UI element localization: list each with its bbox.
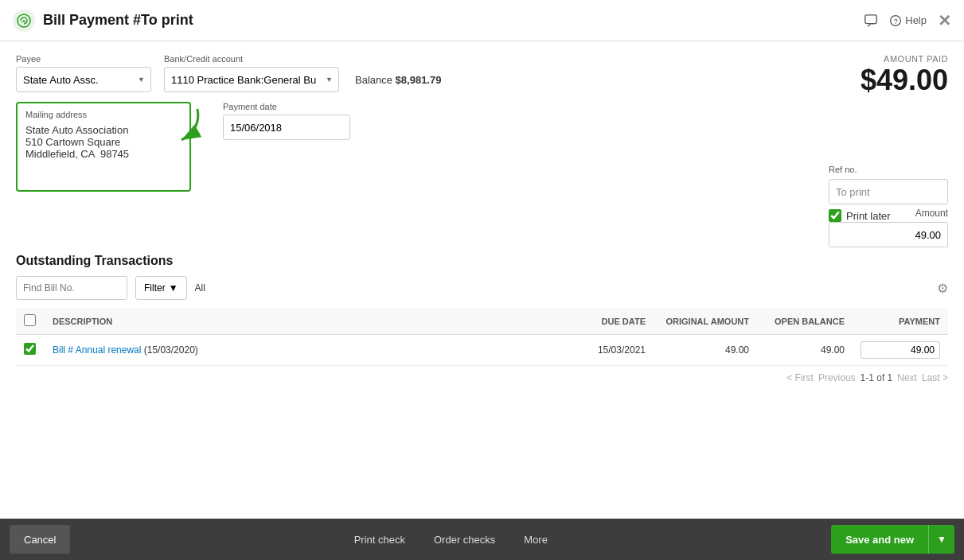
ref-section: Ref no. Print later — [829, 165, 948, 222]
balance-text: Balance $8,981.79 — [355, 74, 441, 86]
transactions-table: DESCRIPTION DUE DATE ORIGINAL AMOUNT OPE… — [16, 308, 948, 366]
filter-row: Filter ▼ All ⚙ — [16, 276, 948, 300]
page-title: Bill Payment #To print — [43, 12, 193, 29]
payment-col-header: PAYMENT — [853, 308, 948, 335]
payment-input[interactable] — [861, 341, 940, 359]
table-body: Bill # Annual renewal (15/03/2020) 15/03… — [16, 335, 948, 366]
header-left: Bill Payment #To print — [13, 10, 193, 32]
pagination: < First Previous 1-1 of 1 Next Last > — [16, 372, 948, 383]
open-balance-cell: 49.00 — [757, 335, 853, 366]
save-dropdown-icon: ▼ — [937, 534, 946, 545]
filter-label: Filter — [144, 282, 166, 294]
order-checks-button[interactable]: Order checks — [420, 525, 509, 554]
save-and-new-button[interactable]: Save and new — [831, 525, 928, 554]
due-date-col-header: DUE DATE — [566, 308, 654, 335]
ref-input[interactable] — [829, 179, 948, 204]
payee-select-wrapper[interactable]: State Auto Assc. — [16, 67, 151, 92]
help-label: Help — [905, 14, 927, 26]
balance-label: Balance — [355, 74, 392, 86]
last-button[interactable]: Last > — [922, 372, 948, 383]
footer-left: Cancel — [10, 525, 70, 554]
payment-date-input[interactable] — [223, 115, 350, 140]
original-amount-col-header: ORIGINAL AMOUNT — [654, 308, 757, 335]
payment-cell — [853, 335, 948, 366]
bill-link[interactable]: Bill # Annual renewal — [53, 344, 141, 356]
outstanding-section: Outstanding Transactions Filter ▼ All ⚙ … — [16, 254, 948, 383]
select-all-header — [16, 308, 45, 335]
bank-credit-label: Bank/Credit account — [164, 54, 339, 64]
amount-row: Amount — [16, 208, 948, 247]
payee-group: Payee State Auto Assc. — [16, 54, 151, 92]
row-check-cell — [16, 335, 45, 366]
svg-rect-1 — [865, 14, 876, 23]
svg-text:?: ? — [894, 17, 898, 25]
payment-date-label: Payment date — [223, 102, 350, 111]
all-label: All — [195, 282, 205, 294]
bank-credit-group: Bank/Credit account 1110 Practice Bank:G… — [164, 54, 339, 92]
ref-label: Ref no. — [829, 165, 948, 174]
payee-select[interactable]: State Auto Assc. — [16, 67, 151, 92]
chat-button[interactable] — [864, 14, 878, 28]
filter-button[interactable]: Filter ▼ — [135, 276, 187, 300]
print-later-checkbox[interactable] — [829, 209, 841, 222]
cancel-button[interactable]: Cancel — [10, 525, 70, 554]
amount-paid-label: AMOUNT PAID — [861, 54, 948, 64]
select-all-checkbox[interactable] — [24, 314, 36, 326]
amount-input[interactable] — [829, 222, 948, 247]
main-content: AMOUNT PAID $49.00 Payee State Auto Assc… — [0, 41, 964, 519]
next-button[interactable]: Next — [897, 372, 917, 383]
print-later-row: Print later — [829, 209, 948, 222]
footer-center: Print check Order checks More — [340, 525, 562, 554]
row-checkbox[interactable] — [24, 343, 36, 355]
description-col-header: DESCRIPTION — [45, 308, 566, 335]
bank-credit-select[interactable]: 1110 Practice Bank:General Busin — [164, 67, 339, 92]
green-arrow — [158, 105, 205, 147]
filter-chevron-icon: ▼ — [169, 282, 178, 294]
open-balance-col-header: OPEN BALANCE — [757, 308, 853, 335]
footer: Cancel Print check Order checks More Sav… — [0, 519, 964, 560]
original-amount-cell: 49.00 — [654, 335, 757, 366]
bank-credit-select-wrapper[interactable]: 1110 Practice Bank:General Busin — [164, 67, 339, 92]
payee-label: Payee — [16, 54, 151, 64]
address-date-section: Mailing address State Auto Association 5… — [16, 102, 948, 192]
amount-paid-value: $49.00 — [861, 64, 948, 97]
footer-right: Save and new ▼ — [831, 525, 954, 554]
header-right: ? Help ✕ — [864, 11, 951, 30]
previous-button[interactable]: Previous — [818, 372, 856, 383]
outstanding-title: Outstanding Transactions — [16, 254, 948, 268]
find-bill-input[interactable] — [16, 276, 127, 300]
print-check-button[interactable]: Print check — [340, 525, 420, 554]
amount-paid-section: AMOUNT PAID $49.00 — [861, 54, 948, 97]
more-button[interactable]: More — [509, 525, 562, 554]
bill-date: (15/03/2020) — [144, 344, 198, 356]
pagination-info: 1-1 of 1 — [861, 372, 893, 383]
payee-bank-row: Payee State Auto Assc. Bank/Credit accou… — [16, 54, 948, 92]
first-button[interactable]: < First — [786, 372, 814, 383]
gear-icon[interactable]: ⚙ — [937, 281, 948, 296]
table-row: Bill # Annual renewal (15/03/2020) 15/03… — [16, 335, 948, 366]
app-header: Bill Payment #To print ? Help ✕ — [0, 0, 964, 41]
close-button[interactable]: ✕ — [938, 11, 951, 30]
table-header: DESCRIPTION DUE DATE ORIGINAL AMOUNT OPE… — [16, 308, 948, 335]
print-later-label: Print later — [846, 210, 891, 222]
description-cell: Bill # Annual renewal (15/03/2020) — [45, 335, 566, 366]
save-dropdown-button[interactable]: ▼ — [928, 525, 954, 554]
payment-date-section: Payment date — [223, 102, 350, 140]
balance-value: $8,981.79 — [396, 74, 442, 86]
app-icon — [13, 10, 35, 32]
due-date-cell: 15/03/2021 — [566, 335, 654, 366]
help-button[interactable]: ? Help — [889, 14, 927, 27]
